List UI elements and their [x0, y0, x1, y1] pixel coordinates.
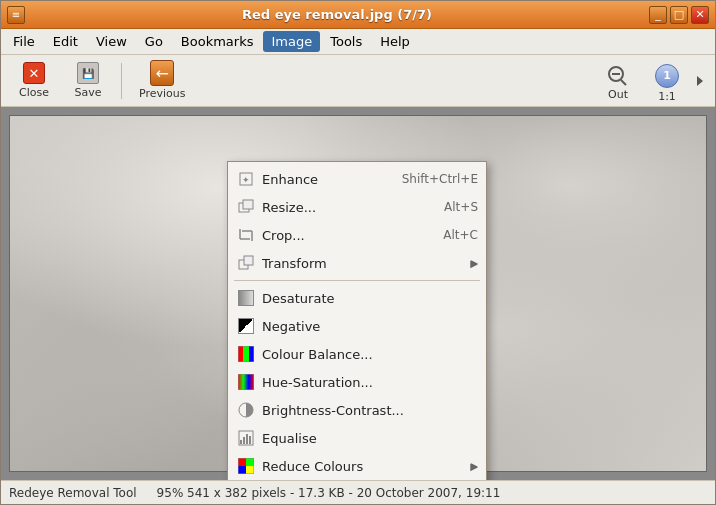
- reduce-colours-label: Reduce Colours: [262, 459, 464, 474]
- svg-text:✦: ✦: [242, 175, 250, 185]
- menu-bookmarks[interactable]: Bookmarks: [173, 31, 262, 52]
- hue-saturation-label: Hue-Saturation...: [262, 375, 478, 390]
- menu-item-brightness-contrast[interactable]: Brightness-Contrast...: [228, 396, 486, 424]
- menu-item-transform[interactable]: Transform ▶: [228, 249, 486, 277]
- image-menu-dropdown: ✦ Enhance Shift+Ctrl+E Resize... Alt+S: [227, 161, 487, 480]
- svg-marker-3: [697, 76, 703, 86]
- brightness-contrast-label: Brightness-Contrast...: [262, 403, 478, 418]
- svg-rect-26: [246, 458, 254, 466]
- zoom-out-label: Out: [608, 88, 628, 101]
- menu-item-desaturate[interactable]: Desaturate: [228, 284, 486, 312]
- zoom-1to1-button[interactable]: 1 1:1: [645, 59, 689, 103]
- transform-label: Transform: [262, 256, 464, 271]
- svg-rect-27: [238, 466, 246, 474]
- negative-label: Negative: [262, 319, 478, 334]
- zoom-1to1-icon: 1: [655, 64, 679, 88]
- menu-tools[interactable]: Tools: [322, 31, 370, 52]
- svg-rect-28: [246, 466, 254, 474]
- menu-edit[interactable]: Edit: [45, 31, 86, 52]
- menubar: File Edit View Go Bookmarks Image Tools …: [1, 29, 715, 55]
- close-icon: ✕: [22, 62, 46, 84]
- zoom-out-button[interactable]: Out: [595, 59, 641, 103]
- status-info: 95% 541 x 382 pixels - 17.3 KB - 20 Octo…: [157, 486, 501, 500]
- svg-rect-13: [244, 256, 253, 265]
- menu-item-crop[interactable]: Crop... Alt+C: [228, 221, 486, 249]
- resize-shortcut: Alt+S: [444, 200, 478, 214]
- svg-rect-23: [246, 434, 248, 444]
- svg-rect-18: [238, 374, 254, 390]
- menu-item-enhance[interactable]: ✦ Enhance Shift+Ctrl+E: [228, 165, 486, 193]
- statusbar: Redeye Removal Tool 95% 541 x 382 pixels…: [1, 480, 715, 504]
- enhance-shortcut: Shift+Ctrl+E: [402, 172, 478, 186]
- resize-icon: [236, 197, 256, 217]
- toolbar-separator-1: [121, 63, 122, 99]
- enhance-label: Enhance: [262, 172, 376, 187]
- equalise-icon: [236, 428, 256, 448]
- close-label: Close: [19, 86, 49, 99]
- previous-label: Previous: [139, 87, 186, 100]
- minimize-button[interactable]: _: [649, 6, 667, 24]
- previous-icon: ←: [150, 61, 174, 85]
- zoom-dropdown-arrow[interactable]: [693, 59, 707, 103]
- window-title: Red eye removal.jpg (7/7): [25, 7, 649, 22]
- svg-rect-21: [240, 440, 242, 444]
- svg-line-2: [621, 80, 626, 85]
- toolbar-zoom-controls: Out 1 1:1: [595, 59, 707, 103]
- transform-icon: [236, 253, 256, 273]
- brightness-contrast-icon: [236, 400, 256, 420]
- main-window: ≡ Red eye removal.jpg (7/7) _ □ ✕ File E…: [0, 0, 716, 505]
- resize-label: Resize...: [262, 200, 418, 215]
- colour-balance-icon: [236, 344, 256, 364]
- previous-toolbar-button[interactable]: ← Previous: [130, 59, 195, 103]
- menu-go[interactable]: Go: [137, 31, 171, 52]
- svg-rect-22: [243, 437, 245, 444]
- crop-label: Crop...: [262, 228, 417, 243]
- zoom-out-icon: [604, 64, 632, 86]
- menu-image[interactable]: Image: [263, 31, 320, 52]
- menu-help[interactable]: Help: [372, 31, 418, 52]
- menu-item-reduce-colours[interactable]: Reduce Colours ▶: [228, 452, 486, 480]
- zoom-level-label: 1:1: [658, 90, 676, 103]
- titlebar-left-buttons: ≡: [7, 6, 25, 24]
- equalise-label: Equalise: [262, 431, 478, 446]
- titlebar-control-buttons: _ □ ✕: [649, 6, 709, 24]
- save-toolbar-button[interactable]: 💾 Save: [63, 59, 113, 103]
- menu-view[interactable]: View: [88, 31, 135, 52]
- crop-icon: [236, 225, 256, 245]
- reduce-colours-icon: [236, 456, 256, 476]
- hue-saturation-icon: [236, 372, 256, 392]
- desaturate-label: Desaturate: [262, 291, 478, 306]
- menu-item-colour-balance[interactable]: Colour Balance...: [228, 340, 486, 368]
- close-toolbar-button[interactable]: ✕ Close: [9, 59, 59, 103]
- svg-rect-15: [243, 346, 249, 362]
- save-label: Save: [74, 86, 101, 99]
- menu-file[interactable]: File: [5, 31, 43, 52]
- enhance-icon: ✦: [236, 169, 256, 189]
- menu-item-resize[interactable]: Resize... Alt+S: [228, 193, 486, 221]
- status-tool: Redeye Removal Tool: [9, 486, 137, 500]
- menu-item-equalise[interactable]: Equalise: [228, 424, 486, 452]
- svg-rect-25: [238, 458, 246, 466]
- save-icon: 💾: [76, 62, 100, 84]
- toolbar: ✕ Close 💾 Save ← Previous: [1, 55, 715, 107]
- close-button[interactable]: ✕: [691, 6, 709, 24]
- separator-1: [234, 280, 480, 281]
- svg-rect-24: [249, 436, 251, 444]
- titlebar: ≡ Red eye removal.jpg (7/7) _ □ ✕: [1, 1, 715, 29]
- crop-shortcut: Alt+C: [443, 228, 478, 242]
- maximize-button[interactable]: □: [670, 6, 688, 24]
- svg-rect-7: [243, 200, 253, 209]
- svg-rect-16: [249, 346, 254, 362]
- menu-item-negative[interactable]: Negative: [228, 312, 486, 340]
- negative-icon: [236, 316, 256, 336]
- content-area: ✦ Enhance Shift+Ctrl+E Resize... Alt+S: [1, 107, 715, 480]
- svg-rect-14: [238, 346, 243, 362]
- menu-item-hue-saturation[interactable]: Hue-Saturation...: [228, 368, 486, 396]
- titlebar-menu-btn[interactable]: ≡: [7, 6, 25, 24]
- colour-balance-label: Colour Balance...: [262, 347, 478, 362]
- desaturate-icon: [236, 288, 256, 308]
